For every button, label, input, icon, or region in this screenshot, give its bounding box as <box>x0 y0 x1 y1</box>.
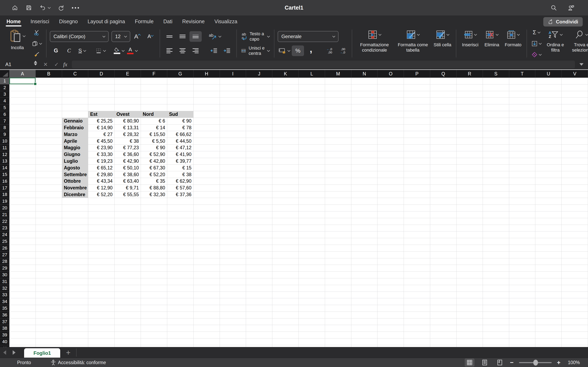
cell-F6[interactable]: Nord <box>141 111 167 118</box>
cell-N17[interactable] <box>351 185 378 192</box>
cell-T16[interactable] <box>509 178 536 185</box>
cell-T38[interactable] <box>509 325 536 332</box>
page-break-view-button[interactable] <box>495 359 505 367</box>
conditional-formatting-button[interactable]: Formattazione condizionale <box>355 27 393 59</box>
cell-D3[interactable] <box>88 91 114 98</box>
row-header-28[interactable]: 28 <box>0 258 9 265</box>
cell-E41[interactable] <box>114 345 141 347</box>
cell-L40[interactable] <box>299 338 325 345</box>
cell-K37[interactable] <box>272 318 299 325</box>
zoom-in-button[interactable]: + <box>557 359 561 366</box>
cell-A30[interactable] <box>9 272 36 278</box>
cell-U41[interactable] <box>535 345 562 347</box>
cell-F21[interactable] <box>141 211 167 218</box>
cell-J8[interactable] <box>246 125 272 131</box>
cell-G19[interactable] <box>167 198 194 205</box>
cell-R22[interactable] <box>457 218 483 225</box>
cell-E37[interactable] <box>114 318 141 325</box>
cell-L4[interactable] <box>299 98 325 104</box>
cell-K22[interactable] <box>272 218 299 225</box>
cell-E15[interactable]: € 38,60 <box>114 171 141 178</box>
cell-L1[interactable] <box>299 78 325 84</box>
cell-I26[interactable] <box>220 245 246 252</box>
cell-O5[interactable] <box>378 104 404 111</box>
row-header-17[interactable]: 17 <box>0 185 9 192</box>
cell-P26[interactable] <box>404 245 430 252</box>
cell-N33[interactable] <box>351 292 378 299</box>
cell-S23[interactable] <box>483 225 509 232</box>
cell-T8[interactable] <box>509 125 536 131</box>
cell-H25[interactable] <box>194 238 220 245</box>
cell-O2[interactable] <box>378 84 404 91</box>
comma-style-button[interactable]: , <box>305 45 317 56</box>
cell-T17[interactable] <box>509 185 536 192</box>
cell-A38[interactable] <box>9 325 36 332</box>
cell-G34[interactable] <box>167 298 194 305</box>
cell-N2[interactable] <box>351 84 378 91</box>
cell-C13[interactable]: Luglio <box>62 158 88 165</box>
cell-U36[interactable] <box>535 312 562 318</box>
next-sheet-button[interactable] <box>9 347 19 358</box>
cell-J1[interactable] <box>246 78 272 84</box>
cell-F19[interactable] <box>141 198 167 205</box>
cell-M40[interactable] <box>325 338 351 345</box>
cell-H18[interactable] <box>194 192 220 198</box>
cell-V4[interactable] <box>562 98 588 104</box>
cell-F37[interactable] <box>141 318 167 325</box>
cell-Q23[interactable] <box>430 225 457 232</box>
name-box-spinner[interactable] <box>34 61 37 66</box>
cell-G3[interactable] <box>167 91 194 98</box>
cell-B11[interactable] <box>36 145 62 151</box>
cell-C26[interactable] <box>62 245 88 252</box>
cell-E30[interactable] <box>114 272 141 278</box>
cell-E31[interactable] <box>114 278 141 285</box>
delete-cells-button[interactable]: Elimina <box>482 27 502 59</box>
cell-S8[interactable] <box>483 125 509 131</box>
cell-U13[interactable] <box>535 158 562 165</box>
cell-B4[interactable] <box>36 98 62 104</box>
cell-T9[interactable] <box>509 131 536 138</box>
cell-Q36[interactable] <box>430 312 457 318</box>
cell-C24[interactable] <box>62 231 88 238</box>
cell-N32[interactable] <box>351 285 378 292</box>
cell-M15[interactable] <box>325 171 351 178</box>
cell-O21[interactable] <box>378 211 404 218</box>
cell-V33[interactable] <box>562 292 588 299</box>
formula-input[interactable] <box>72 60 575 68</box>
cell-U24[interactable] <box>535 231 562 238</box>
cell-Q37[interactable] <box>430 318 457 325</box>
cell-D19[interactable] <box>88 198 114 205</box>
cell-D39[interactable] <box>88 332 114 338</box>
cell-M21[interactable] <box>325 211 351 218</box>
cell-K9[interactable] <box>272 131 299 138</box>
row-header-9[interactable]: 9 <box>0 131 9 138</box>
cell-J37[interactable] <box>246 318 272 325</box>
cell-S33[interactable] <box>483 292 509 299</box>
cell-A22[interactable] <box>9 218 36 225</box>
cell-P5[interactable] <box>404 104 430 111</box>
cell-J5[interactable] <box>246 104 272 111</box>
cell-U26[interactable] <box>535 245 562 252</box>
cell-A41[interactable] <box>9 345 36 347</box>
cell-J12[interactable] <box>246 151 272 158</box>
cell-A25[interactable] <box>9 238 36 245</box>
cell-H13[interactable] <box>194 158 220 165</box>
cell-P33[interactable] <box>404 292 430 299</box>
cell-A35[interactable] <box>9 305 36 312</box>
cell-C12[interactable]: Giugno <box>62 151 88 158</box>
cell-Q20[interactable] <box>430 205 457 211</box>
cell-S32[interactable] <box>483 285 509 292</box>
cell-N9[interactable] <box>351 131 378 138</box>
cell-B8[interactable] <box>36 125 62 131</box>
cell-O22[interactable] <box>378 218 404 225</box>
cell-O32[interactable] <box>378 285 404 292</box>
cell-E20[interactable] <box>114 205 141 211</box>
cell-I37[interactable] <box>220 318 246 325</box>
cell-P37[interactable] <box>404 318 430 325</box>
cell-E8[interactable]: € 13,31 <box>114 125 141 131</box>
cell-M39[interactable] <box>325 332 351 338</box>
cell-S39[interactable] <box>483 332 509 338</box>
cell-S27[interactable] <box>483 252 509 258</box>
cell-H38[interactable] <box>194 325 220 332</box>
cell-V8[interactable] <box>562 125 588 131</box>
